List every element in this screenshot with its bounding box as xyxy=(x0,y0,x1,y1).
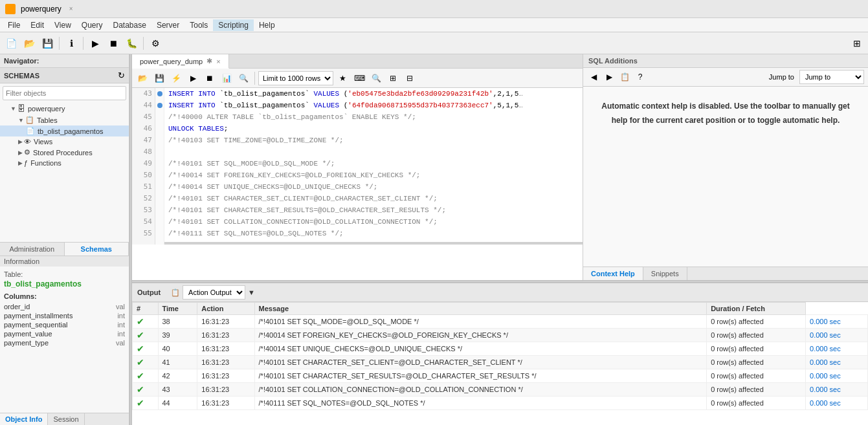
sql-additions-header: SQL Additions xyxy=(583,54,868,68)
tab-administration[interactable]: Administration xyxy=(0,243,65,256)
format-button[interactable]: ⌨ xyxy=(351,71,367,86)
open-button[interactable]: 📂 xyxy=(21,35,38,52)
menu-database[interactable]: Database xyxy=(108,19,151,31)
code-line-43: INSERT INTO `tb_olist_pagamentos` VALUES… xyxy=(164,88,583,100)
tree-arrow-stored-proc: ▶ xyxy=(18,149,23,156)
code-area[interactable]: 43 44 45 46 47 48 49 50 51 52 53 54 xyxy=(132,88,583,280)
tree-item-powerquery[interactable]: ▼ 🗄 powerquery xyxy=(0,103,129,114)
tree-label-views: Views xyxy=(34,138,52,146)
tree-item-stored-procedures[interactable]: ▶ ⚙ Stored Procedures xyxy=(0,147,129,158)
schemas-refresh-icon[interactable]: ↻ xyxy=(118,71,125,80)
tab-object-info[interactable]: Object Info xyxy=(0,413,48,425)
search-query-button[interactable]: 🔍 xyxy=(368,71,384,86)
limit-rows-select[interactable]: Limit to 1000 rows xyxy=(258,71,333,85)
sql-additions-pane: SQL Additions ◀ ▶ 📋 ? Jump to Jump to Au… xyxy=(583,54,868,280)
row-status-icon: ✔ xyxy=(133,397,159,410)
row-num: 41 xyxy=(158,356,197,369)
tab-schemas[interactable]: Schemas xyxy=(65,243,129,256)
tree-item-tables[interactable]: ▼ 📋 Tables xyxy=(0,114,129,125)
info-button[interactable]: ℹ xyxy=(63,35,80,52)
editor-tab-power-query-dump[interactable]: power_query_dump ✱ × xyxy=(132,54,229,69)
menu-file[interactable]: File xyxy=(3,19,25,31)
menu-help[interactable]: Help xyxy=(254,19,280,31)
tab-context-help[interactable]: Context Help xyxy=(583,267,643,280)
help-button[interactable]: ? xyxy=(634,71,647,83)
save-file-button[interactable]: 💾 xyxy=(151,71,167,86)
filter-objects-input[interactable] xyxy=(3,86,126,100)
output-header: Output 📋 Action Output ▼ xyxy=(132,283,868,302)
row-duration: 0.000 sec xyxy=(806,329,868,342)
menu-server[interactable]: Server xyxy=(151,19,184,31)
result-grid-button[interactable]: ⊟ xyxy=(402,71,417,86)
column-order-id: order_idval xyxy=(4,302,125,311)
menu-bar: File Edit View Query Database Server Too… xyxy=(0,18,868,32)
tree-label-powerquery: powerquery xyxy=(28,105,65,113)
next-button[interactable]: ▶ xyxy=(603,71,616,83)
row-status-icon: ✔ xyxy=(133,329,159,342)
bookmark-button[interactable]: ★ xyxy=(335,71,350,86)
output-type-select[interactable]: Action Output xyxy=(183,285,245,300)
explain-button[interactable]: 📊 xyxy=(219,71,234,86)
toolbar-separator-2 xyxy=(83,37,83,50)
table-row: ✔ 43 16:31:23 /*!40101 SET COLLATION_CON… xyxy=(133,383,868,397)
stop-button[interactable]: ⏹ xyxy=(105,35,122,52)
menu-view[interactable]: View xyxy=(49,19,76,31)
navigator-label: Navigator: xyxy=(4,57,39,65)
tab-session[interactable]: Session xyxy=(48,413,84,425)
sidebar-mode-tabs: Administration Schemas xyxy=(0,242,129,256)
sidebar-bottom-tabs: Object Info Session xyxy=(0,413,129,425)
tree-arrow-powerquery: ▼ xyxy=(10,105,16,112)
menu-query[interactable]: Query xyxy=(76,19,108,31)
layout-button[interactable]: ⊞ xyxy=(849,35,865,52)
menu-edit[interactable]: Edit xyxy=(25,19,49,31)
output-table-head: # Time Action Message Duration / Fetch xyxy=(133,303,868,315)
find-button[interactable]: 🔍 xyxy=(236,71,251,86)
tree-item-functions[interactable]: ▶ ƒ Functions xyxy=(0,158,129,168)
row-message: 0 row(s) affected xyxy=(707,369,806,383)
row-time: 16:31:23 xyxy=(197,356,254,369)
jump-to-select[interactable]: Jump to xyxy=(799,70,864,84)
tree-label-tb-olist: tb_olist_pagamentos xyxy=(38,127,104,135)
row-status-icon: ✔ xyxy=(133,342,159,356)
save-button[interactable]: 💾 xyxy=(39,35,56,52)
code-content[interactable]: INSERT INTO `tb_olist_pagamentos` VALUES… xyxy=(164,88,583,245)
settings-button[interactable]: ⚙ xyxy=(147,35,164,52)
row-action: /*!40101 SET CHARACTER_SET_RESULTS=@OLD_… xyxy=(254,369,707,383)
debug-button[interactable]: 🐛 xyxy=(123,35,140,52)
output-table-body: ✔ 38 16:31:23 /*!40101 SET SQL_MODE=@OLD… xyxy=(133,315,868,410)
row-num: 40 xyxy=(158,342,197,356)
output-scroll[interactable]: # Time Action Message Duration / Fetch ✔… xyxy=(132,302,868,425)
sidebar: Navigator: SCHEMAS ↻ ▼ 🗄 powerquery ▼ 📋 … xyxy=(0,54,129,425)
line-numbers: 43 44 45 46 47 48 49 50 51 52 53 54 xyxy=(132,88,155,245)
editor-area: power_query_dump ✱ × 📂 💾 ⚡ ▶ ⏹ 📊 🔍 xyxy=(132,54,868,280)
copy-button[interactable]: 📋 xyxy=(618,71,631,83)
editor-tab-close-icon[interactable]: × xyxy=(216,58,220,65)
table-inspector-button[interactable]: ⊞ xyxy=(385,71,401,86)
row-action: /*!40101 SET COLLATION_CONNECTION=@OLD_C… xyxy=(254,383,707,397)
dropdown-arrow-icon[interactable]: ▼ xyxy=(248,289,255,296)
column-payment-installments: payment_installmentsint xyxy=(4,311,125,320)
app-icon xyxy=(5,4,16,14)
menu-tools[interactable]: Tools xyxy=(184,19,213,31)
stop-execution-button[interactable]: ⏹ xyxy=(202,71,217,86)
prev-button[interactable]: ◀ xyxy=(587,71,600,83)
table-info-name[interactable]: tb_olist_pagamentos xyxy=(4,279,125,289)
open-file-button[interactable]: 📂 xyxy=(135,71,150,86)
navigator-header: Navigator: xyxy=(0,54,129,68)
tree-item-tb-olist[interactable]: 📄 tb_olist_pagamentos xyxy=(0,125,129,136)
run-button[interactable]: ▶ xyxy=(87,35,104,52)
tab-snippets[interactable]: Snippets xyxy=(643,267,687,280)
schemas-header: SCHEMAS ↻ xyxy=(0,68,129,83)
row-num: 44 xyxy=(158,397,197,410)
tree-item-views[interactable]: ▶ 👁 Views xyxy=(0,136,129,147)
menu-scripting[interactable]: Scripting xyxy=(213,19,254,31)
row-duration: 0.000 sec xyxy=(806,369,868,383)
col-header-message: Message xyxy=(254,303,707,315)
code-line-55: /*!40111 SET SQL_NOTES=@OLD_SQL_NOTES */… xyxy=(164,228,583,239)
new-file-button[interactable]: 📄 xyxy=(3,35,19,52)
execute-selection-button[interactable]: ▶ xyxy=(185,71,201,86)
close-icon[interactable]: × xyxy=(69,5,73,12)
row-status-icon: ✔ xyxy=(133,383,159,397)
copy-output-icon[interactable]: 📋 xyxy=(171,289,180,297)
execute-button[interactable]: ⚡ xyxy=(168,71,184,86)
